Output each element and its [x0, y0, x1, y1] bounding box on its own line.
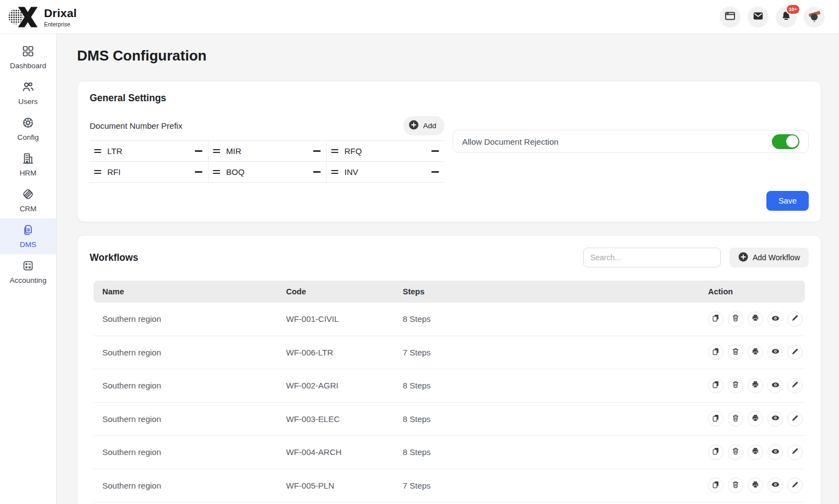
sidebar-item-accounting[interactable]: Accounting — [0, 254, 56, 290]
copy-icon — [711, 347, 720, 358]
view-workflow-button[interactable] — [767, 478, 783, 493]
add-prefix-button[interactable]: Add — [403, 116, 445, 135]
delete-workflow-button[interactable] — [728, 478, 743, 493]
printer-icon — [751, 414, 760, 424]
edit-workflow-button[interactable] — [787, 378, 803, 393]
copy-icon — [711, 314, 720, 324]
print-workflow-button[interactable] — [748, 478, 763, 493]
avatar-logo-icon — [806, 8, 822, 26]
table-row: Southern region WF-004-ARCH 8 Steps — [94, 436, 805, 469]
edit-workflow-button[interactable] — [787, 311, 803, 327]
mail-icon — [752, 10, 764, 24]
drag-handle-icon[interactable] — [213, 170, 220, 174]
view-workflow-button[interactable] — [767, 411, 783, 426]
workflow-name: Southern region — [102, 348, 286, 357]
sidebar-item-label: Config — [17, 133, 39, 141]
remove-prefix-button[interactable] — [313, 150, 321, 151]
copy-workflow-button[interactable] — [708, 344, 723, 360]
remove-prefix-button[interactable] — [431, 150, 439, 151]
table-row: Southern region WF-001-CIVIL 8 Steps — [94, 303, 805, 336]
print-workflow-button[interactable] — [748, 311, 763, 327]
rejection-toggle[interactable] — [772, 134, 799, 149]
copy-workflow-button[interactable] — [708, 378, 723, 393]
print-workflow-button[interactable] — [748, 411, 763, 426]
edit-workflow-button[interactable] — [787, 411, 803, 426]
edit-workflow-button[interactable] — [787, 344, 803, 360]
prefix-value: RFI — [107, 167, 120, 177]
trash-icon — [731, 380, 740, 391]
edit-workflow-button[interactable] — [787, 478, 803, 493]
workflow-steps: 7 Steps — [403, 481, 708, 490]
table-row: Southern region WF-006-LTR 7 Steps — [94, 336, 805, 370]
sidebar-item-users[interactable]: Users — [0, 75, 56, 111]
notifications-button[interactable]: 10+ — [776, 7, 797, 28]
drag-handle-icon[interactable] — [331, 149, 338, 154]
remove-prefix-button[interactable] — [195, 171, 202, 172]
edit-icon — [791, 347, 799, 358]
drag-handle-icon[interactable] — [213, 149, 220, 154]
workflow-code: WF-002-AGRI — [286, 381, 403, 390]
delete-workflow-button[interactable] — [728, 311, 743, 327]
delete-workflow-button[interactable] — [728, 411, 743, 426]
workflow-search-input[interactable] — [583, 248, 721, 267]
delete-workflow-button[interactable] — [728, 344, 743, 360]
prefix-item: RFI — [90, 162, 208, 183]
brand-name: Drixal — [44, 7, 77, 20]
topbar: Drixal Enterprise — [0, 0, 839, 34]
workflows-title: Workflows — [90, 252, 138, 264]
apps-window-button[interactable] — [720, 7, 741, 28]
table-row: Southern region WF-005-PLN 7 Steps — [94, 469, 805, 503]
copy-workflow-button[interactable] — [708, 445, 723, 460]
prefix-item: BOQ — [208, 162, 326, 183]
sidebar-item-label: DMS — [20, 240, 36, 249]
drag-handle-icon[interactable] — [331, 170, 338, 174]
main-content: DMS Configuration General Settings Docum… — [57, 0, 839, 504]
view-workflow-button[interactable] — [767, 311, 783, 327]
copy-workflow-button[interactable] — [708, 411, 723, 426]
add-workflow-button[interactable]: Add Workflow — [730, 248, 809, 267]
messages-button[interactable] — [748, 7, 769, 28]
copy-workflow-button[interactable] — [708, 311, 723, 327]
view-workflow-button[interactable] — [767, 445, 783, 460]
sidebar-item-dms[interactable]: DMS — [0, 218, 56, 254]
delete-workflow-button[interactable] — [728, 445, 743, 460]
add-button-label: Add — [423, 122, 436, 130]
view-workflow-button[interactable] — [767, 378, 783, 393]
profile-avatar[interactable] — [804, 7, 825, 28]
print-workflow-button[interactable] — [748, 378, 763, 393]
workflow-code: WF-003-ELEC — [286, 414, 403, 424]
remove-prefix-button[interactable] — [431, 171, 439, 172]
sidebar-item-config[interactable]: Config — [0, 111, 56, 147]
remove-prefix-button[interactable] — [313, 171, 321, 172]
print-workflow-button[interactable] — [748, 344, 763, 360]
copy-icon — [711, 414, 720, 424]
sidebar-item-crm[interactable]: CRM — [0, 183, 56, 218]
drag-handle-icon[interactable] — [94, 170, 101, 174]
eye-icon — [771, 380, 780, 391]
eye-icon — [771, 347, 780, 358]
workflow-steps: 8 Steps — [403, 314, 708, 324]
drag-handle-icon[interactable] — [94, 149, 101, 154]
edit-workflow-button[interactable] — [787, 445, 803, 460]
copy-workflow-button[interactable] — [708, 478, 723, 493]
workflow-code: WF-001-CIVIL — [286, 314, 403, 324]
handshake-icon — [21, 188, 35, 202]
copy-icon — [711, 380, 720, 391]
eye-icon — [771, 314, 780, 325]
sidebar-item-hrm[interactable]: HRM — [0, 147, 56, 183]
print-workflow-button[interactable] — [748, 445, 763, 460]
sidebar-item-label: CRM — [20, 205, 37, 213]
trash-icon — [731, 314, 740, 324]
remove-prefix-button[interactable] — [195, 150, 202, 151]
sidebar-item-label: Users — [18, 97, 37, 106]
copy-icon — [711, 447, 720, 457]
printer-icon — [751, 347, 760, 358]
delete-workflow-button[interactable] — [728, 378, 743, 393]
trash-icon — [731, 480, 740, 491]
sidebar-item-dashboard[interactable]: Dashboard — [0, 40, 56, 75]
save-button[interactable]: Save — [766, 191, 809, 211]
plus-circle-icon — [738, 252, 748, 264]
view-workflow-button[interactable] — [767, 344, 783, 360]
brand-logo: Drixal Enterprise — [8, 4, 77, 30]
eye-icon — [771, 447, 780, 458]
